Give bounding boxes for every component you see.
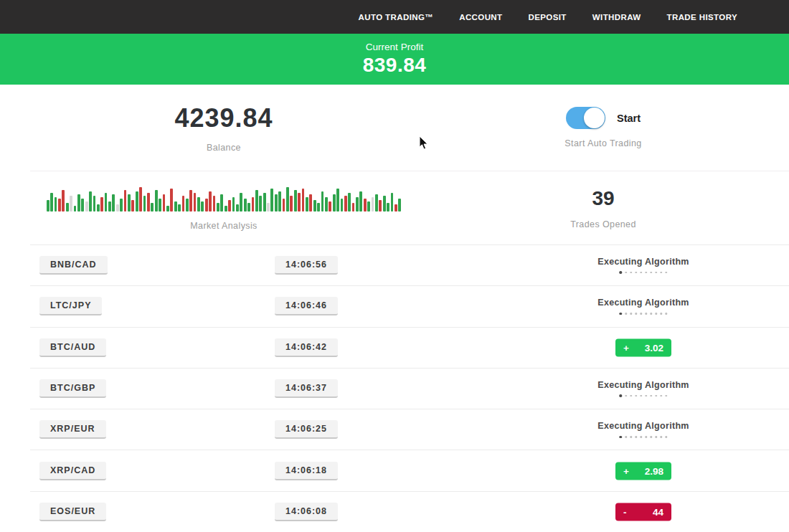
- badge-sign: -: [623, 506, 627, 517]
- progress-dots: [620, 435, 668, 438]
- time-tag: 14:06:42: [275, 338, 338, 357]
- market-bar: [278, 191, 281, 212]
- market-bar: [348, 193, 351, 212]
- profit-badge: + 2.98: [615, 462, 671, 480]
- market-bar: [55, 197, 57, 212]
- market-bar: [325, 197, 328, 212]
- toggle-label: Start: [617, 113, 641, 124]
- market-bar: [116, 204, 119, 212]
- market-bar: [252, 197, 255, 212]
- progress-dot: [661, 395, 663, 397]
- progress-dot: [620, 271, 623, 274]
- auto-trading-toggle[interactable]: [566, 107, 605, 129]
- time-tag: 14:06:08: [275, 503, 338, 521]
- progress-dot: [636, 313, 638, 315]
- nav-deposit[interactable]: DEPOSIT: [529, 13, 567, 22]
- market-bar: [189, 190, 192, 212]
- nav-withdraw[interactable]: WITHDRAW: [592, 13, 641, 22]
- progress-dot: [666, 313, 668, 315]
- market-bar: [364, 199, 367, 212]
- pair-tag: EOS/EUR: [39, 503, 106, 521]
- market-bar: [283, 199, 285, 212]
- market-bar: [89, 191, 92, 212]
- table-row: BTC/GBP 14:06:37 Executing Algorithm: [30, 368, 789, 409]
- market-bar: [379, 200, 382, 212]
- pair-tag: XRP/CAD: [39, 462, 106, 480]
- market-bar: [74, 206, 77, 212]
- progress-dot: [656, 313, 658, 315]
- table-row: XRP/EUR 14:06:25 Executing Algorithm: [30, 409, 789, 450]
- market-bar: [120, 199, 123, 212]
- market-bar: [128, 194, 131, 212]
- progress-dot: [620, 436, 623, 439]
- market-bar: [259, 196, 262, 212]
- progress-dot: [646, 313, 648, 315]
- table-row: XRP/CAD 14:06:18 + 2.98: [30, 450, 789, 490]
- market-bar: [201, 201, 204, 212]
- market-bar: [290, 196, 293, 212]
- badge-value: 3.02: [645, 342, 663, 353]
- market-bar: [217, 203, 219, 212]
- progress-dot: [625, 436, 628, 438]
- market-bar: [66, 203, 69, 212]
- progress-dot: [620, 394, 623, 397]
- progress-dot: [641, 436, 643, 438]
- table-row: BTC/AUD 14:06:42 + 3.02: [30, 327, 789, 368]
- time-tag: 14:06:18: [275, 462, 338, 480]
- market-bar: [205, 199, 208, 212]
- nav-account[interactable]: ACCOUNT: [459, 13, 502, 22]
- badge-value: 2.98: [645, 465, 663, 476]
- progress-dot: [625, 313, 628, 315]
- market-bar: [317, 203, 320, 212]
- toggle-knob: [584, 108, 605, 128]
- market-bar: [81, 199, 84, 212]
- table-row: BNB/CAD 14:06:56 Executing Algorithm: [30, 244, 789, 285]
- progress-dot: [661, 313, 663, 315]
- market-bar: [313, 200, 316, 212]
- pair-tag: LTC/JPY: [39, 297, 102, 315]
- market-bar: [228, 200, 231, 212]
- pair-tag: XRP/EUR: [39, 420, 106, 439]
- market-bar: [309, 194, 312, 212]
- current-profit-value: 839.84: [363, 54, 427, 77]
- balance-label: Balance: [207, 143, 241, 153]
- executing-status: Executing Algorithm: [597, 380, 689, 397]
- market-bar: [263, 193, 266, 212]
- market-bar: [147, 193, 150, 212]
- market-bar: [186, 199, 189, 212]
- market-bar: [62, 190, 65, 212]
- executing-status: Executing Algorithm: [597, 298, 689, 315]
- trades-opened-label: Trades Opened: [570, 219, 636, 229]
- time-tag: 14:06:46: [275, 297, 338, 315]
- progress-dot: [651, 395, 653, 397]
- nav-auto-trading[interactable]: AUTO TRADING™: [359, 13, 434, 22]
- market-bar: [244, 199, 247, 212]
- market-bar: [220, 194, 223, 212]
- time-tag: 14:06:25: [275, 420, 338, 439]
- progress-dot: [630, 436, 633, 438]
- market-bar: [321, 191, 324, 212]
- market-analysis-label: Market Analysis: [190, 221, 258, 231]
- progress-dot: [646, 395, 648, 397]
- progress-dot: [636, 272, 638, 274]
- progress-dot: [620, 313, 623, 315]
- market-bar: [105, 193, 108, 212]
- market-bar: [225, 206, 227, 212]
- market-bar: [166, 206, 169, 212]
- market-bar: [151, 203, 153, 212]
- market-bar: [375, 194, 378, 212]
- progress-dot: [656, 395, 658, 397]
- nav-trade-history[interactable]: TRADE HISTORY: [667, 13, 738, 22]
- market-bar: [333, 194, 336, 212]
- market-bar: [170, 189, 173, 212]
- executing-label: Executing Algorithm: [597, 298, 689, 308]
- progress-dots: [620, 271, 668, 274]
- market-bar: [240, 193, 242, 212]
- stats-section: 4239.84 Balance Start Start Auto Trading…: [30, 85, 789, 244]
- market-bar: [298, 193, 301, 212]
- market-bar: [236, 204, 239, 212]
- progress-dot: [666, 395, 668, 397]
- market-bar: [267, 203, 270, 212]
- progress-dot: [646, 436, 648, 438]
- profit-badge: + 3.02: [615, 338, 671, 356]
